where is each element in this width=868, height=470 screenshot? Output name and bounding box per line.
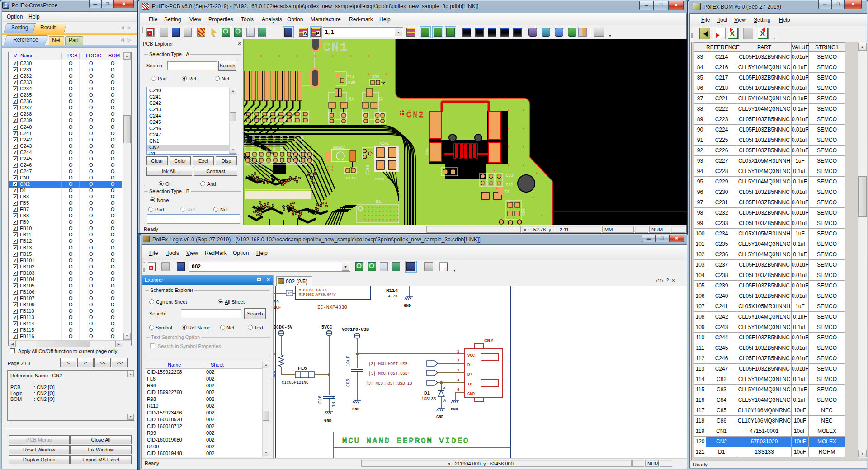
svg-text:0: 0 [274, 352, 278, 355]
svg-text:<*: <* [288, 291, 292, 295]
svg-text:R98: R98 [348, 80, 355, 85]
svg-text:R95: R95 [274, 371, 276, 379]
svg-text:K: K [442, 386, 447, 389]
svg-text:T3: T3 [504, 190, 509, 194]
svg-text:C85: C85 [346, 379, 351, 387]
svg-text:GND: GND [436, 415, 444, 419]
svg-text:1uF: 1uF [274, 306, 281, 310]
svg-text:Q1: Q1 [349, 97, 354, 101]
svg-text:10uF: 10uF [346, 356, 351, 367]
svg-text:2: 2 [457, 359, 459, 363]
svg-text:C86: C86 [318, 395, 323, 404]
svg-text:ID: ID [467, 382, 472, 387]
svg-text:C229: C229 [244, 142, 247, 151]
svg-text:C103: C103 [366, 165, 370, 175]
svg-text:R81: R81 [272, 144, 276, 151]
svg-text:R87: R87 [244, 136, 248, 142]
svg-text:FL4: FL4 [347, 75, 354, 80]
svg-text:4: 4 [457, 378, 460, 383]
svg-text:C236: C236 [301, 142, 305, 151]
svg-text:D+: D+ [467, 372, 472, 377]
svg-text:Q2: Q2 [378, 97, 383, 101]
svg-text:R85: R85 [300, 136, 304, 142]
svg-text:MCU NAND EEPROM VIDEO: MCU NAND EEPROM VIDEO [342, 437, 469, 445]
svg-text:R88: R88 [251, 136, 255, 142]
svg-text:|3| MCU.HOST.USB-: |3| MCU.HOST.USB- [368, 362, 410, 367]
svg-text:GND: GND [467, 392, 475, 396]
svg-text:Q10: Q10 [279, 144, 283, 151]
svg-text:FL6: FL6 [298, 366, 307, 371]
svg-text:09: 09 [274, 300, 279, 305]
svg-text:IC-NXP4330: IC-NXP4330 [317, 305, 347, 310]
svg-text:R114: R114 [386, 288, 398, 293]
svg-text:X101: X101 [379, 141, 389, 146]
svg-text:R91: R91 [265, 136, 269, 142]
svg-text:C101: C101 [375, 177, 385, 182]
svg-text:R140: R140 [346, 176, 356, 181]
svg-text:|3| MCU.HOST.USB+: |3| MCU.HOST.USB+ [368, 371, 410, 376]
svg-text:FL1: FL1 [293, 136, 297, 142]
svg-text:CN2: CN2 [406, 110, 425, 120]
svg-text:1: 1 [457, 349, 460, 354]
svg-text:A: A [443, 399, 446, 403]
svg-text:R83: R83 [258, 144, 262, 151]
svg-text:C218: C218 [265, 142, 269, 151]
svg-text:D1: D1 [424, 390, 430, 396]
svg-text:P84: P84 [286, 136, 290, 142]
svg-text:CN1: CN1 [323, 41, 349, 54]
svg-text:C224: C224 [250, 142, 255, 151]
svg-text:D-: D- [467, 363, 472, 367]
svg-text:GND: GND [352, 407, 360, 412]
svg-text:C83: C83 [506, 174, 513, 178]
svg-text:R92: R92 [272, 136, 276, 142]
svg-text:MIPI0SI.UACLK: MIPI0SI.UACLK [299, 288, 327, 292]
svg-text:VCC: VCC [467, 353, 475, 358]
svg-text:GND: GND [451, 407, 458, 412]
svg-text:R89: R89 [258, 136, 262, 142]
svg-text:C86: C86 [522, 208, 526, 216]
svg-text:C222: C222 [287, 142, 291, 151]
svg-text:VCC1P0-USB: VCC1P0-USB [342, 327, 369, 332]
svg-text:R93: R93 [279, 136, 283, 142]
svg-text:DCDC-5V: DCDC-5V [274, 325, 292, 330]
svg-text:MIPI0SI.VPE0.0P4V: MIPI0SI.VPE0.0P4V [299, 292, 336, 296]
svg-text:CIC05P121NC: CIC05P121NC [282, 381, 309, 385]
svg-text:CN2: CN2 [484, 338, 493, 343]
svg-text:GND: GND [324, 418, 332, 423]
svg-text:R96: R96 [425, 148, 429, 155]
svg-text:5VCC: 5VCC [321, 325, 332, 330]
svg-text:5: 5 [457, 388, 459, 392]
svg-text:10uF: 10uF [331, 396, 336, 407]
svg-text:U1: U1 [376, 199, 381, 204]
svg-text:GND: GND [404, 304, 411, 308]
svg-text:1SS133: 1SS133 [421, 397, 436, 401]
svg-text:C82: C82 [506, 183, 513, 188]
svg-text:4.7K: 4.7K [388, 294, 398, 299]
svg-text:3: 3 [457, 368, 459, 373]
svg-text:R99: R99 [372, 75, 379, 80]
svg-text:|3| MCU.HOST.USB.IO: |3| MCU.HOST.USB.IO [366, 381, 412, 386]
svg-text:C221: C221 [294, 142, 298, 151]
